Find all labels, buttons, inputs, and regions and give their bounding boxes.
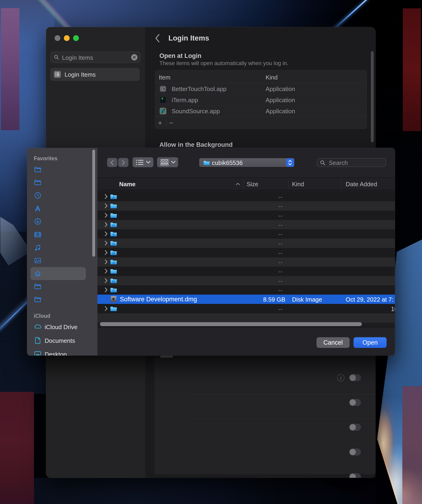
svg-text:$█: $█ — [161, 97, 163, 100]
